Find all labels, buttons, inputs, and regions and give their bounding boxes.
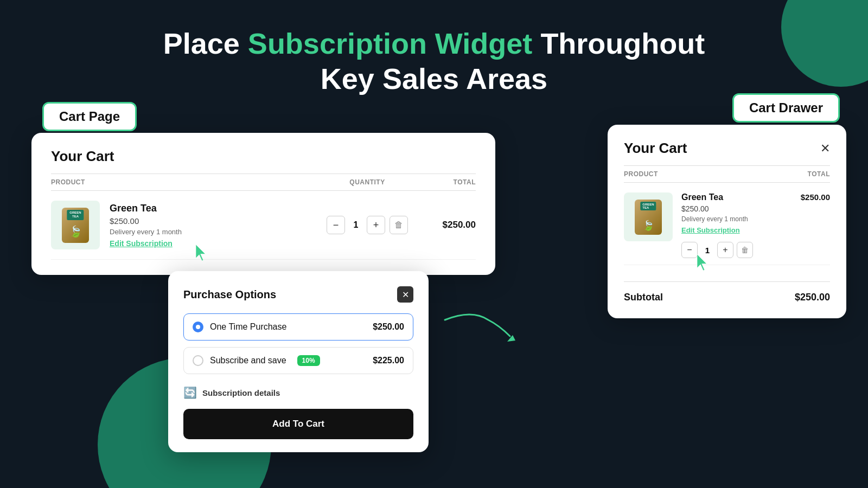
save-badge: 10% — [297, 355, 320, 366]
svg-marker-1 — [507, 335, 515, 342]
cart-drawer-label: Cart Drawer — [732, 93, 840, 123]
drawer-subtotal: Subtotal $250.00 — [624, 281, 830, 303]
drawer-column-headers: PRODUCT TOTAL — [624, 165, 830, 183]
drawer-item-row: GREENTEA 🍃 Green Tea $250.00 Delivery ev… — [624, 183, 830, 265]
increase-quantity-button[interactable]: + — [367, 216, 385, 234]
product-thumbnail: GREENTEA 🍃 — [51, 201, 100, 249]
drawer-product-name: Green Tea — [681, 192, 748, 202]
radio-subscribe[interactable] — [193, 355, 203, 366]
drawer-tea-image: GREENTEA 🍃 — [635, 200, 662, 235]
tea-product-image: GREENTEA 🍃 — [62, 208, 89, 243]
option-one-time-price: $250.00 — [373, 322, 404, 332]
modal-close-button[interactable]: ✕ — [397, 286, 413, 303]
title-text-line2: Key Sales Areas — [321, 62, 547, 95]
option-one-time-label: One Time Purchase — [210, 322, 286, 332]
drawer-leaf-icon: 🍃 — [642, 220, 654, 232]
item-total: $250.00 — [422, 220, 476, 230]
main-title-section: Place Subscription Widget Throughout Key… — [0, 0, 868, 107]
cart-page-panel: Your Cart PRODUCT QUANTITY TOTAL GREENTE… — [31, 133, 495, 275]
drawer-close-button[interactable]: ✕ — [820, 142, 830, 156]
drawer-increase-qty-button[interactable]: + — [717, 242, 733, 258]
option-subscribe-row[interactable]: Subscribe and save 10% $225.00 — [183, 347, 413, 374]
decrease-quantity-button[interactable]: − — [327, 216, 345, 234]
option-subscribe-left: Subscribe and save 10% — [193, 355, 320, 366]
subscription-details-text: Subscription details — [202, 388, 280, 397]
drawer-title: Your Cart — [624, 140, 687, 157]
drawer-product-price: $250.00 — [681, 204, 748, 213]
cart-drawer-panel: Your Cart ✕ PRODUCT TOTAL GREENTEA 🍃 Gre… — [608, 125, 846, 318]
title-text-place: Place — [163, 27, 240, 60]
drawer-col-total: TOTAL — [808, 170, 830, 178]
drawer-delivery: Delivery every 1 month — [681, 215, 748, 223]
cart-item-row: GREENTEA 🍃 Green Tea $250.00 Delivery ev… — [51, 191, 476, 260]
subscription-details-icon: 🔄 — [183, 386, 197, 399]
col-header-product: PRODUCT — [51, 178, 313, 186]
quantity-controls: − 1 + 🗑 — [313, 216, 422, 234]
drawer-remove-item-button[interactable]: 🗑 — [737, 242, 753, 258]
col-header-total: TOTAL — [422, 178, 476, 186]
drawer-product-details: Green Tea $250.00 Delivery every 1 month… — [681, 192, 748, 234]
cart-page-title: Your Cart — [51, 148, 476, 165]
title-text-throughout: Throughout — [540, 27, 705, 60]
title-text-highlight: Subscription Widget — [248, 27, 533, 60]
product-info: Green Tea $250.00 Delivery every 1 month… — [110, 203, 313, 248]
subtotal-label: Subtotal — [624, 292, 663, 303]
option-subscribe-price: $225.00 — [373, 356, 404, 365]
col-header-quantity: QUANTITY — [313, 178, 422, 186]
drawer-product-info: Green Tea $250.00 Delivery every 1 month… — [681, 192, 830, 258]
drawer-item-total: $250.00 — [797, 192, 830, 202]
drawer-edit-subscription-link[interactable]: Edit Subscription — [681, 226, 748, 234]
option-subscribe-label: Subscribe and save — [210, 356, 286, 365]
subscription-details-row[interactable]: 🔄 Subscription details — [183, 381, 413, 409]
modal-header: Purchase Options ✕ — [183, 286, 413, 303]
drawer-header: Your Cart ✕ — [624, 140, 830, 157]
remove-item-button[interactable]: 🗑 — [390, 216, 408, 234]
product-delivery: Delivery every 1 month — [110, 228, 313, 236]
radio-one-time[interactable] — [193, 322, 203, 332]
quantity-value: 1 — [349, 220, 362, 230]
modal-title: Purchase Options — [183, 288, 276, 301]
cursor-indicator-1 — [193, 243, 209, 266]
leaf-icon: 🍃 — [69, 224, 82, 239]
drawer-product-thumbnail: GREENTEA 🍃 — [624, 192, 673, 241]
edit-subscription-link[interactable]: Edit Subscription — [110, 239, 313, 248]
drawer-tea-label: GREENTEA — [640, 202, 656, 210]
cart-column-headers: PRODUCT QUANTITY TOTAL — [51, 174, 476, 191]
purchase-options-modal: Purchase Options ✕ One Time Purchase $25… — [168, 271, 429, 452]
product-name: Green Tea — [110, 203, 313, 214]
add-to-cart-button[interactable]: Add To Cart — [183, 409, 413, 439]
product-price: $250.00 — [110, 216, 313, 226]
cart-page-label: Cart Page — [42, 102, 137, 131]
drawer-col-product: PRODUCT — [624, 170, 658, 178]
subtotal-value: $250.00 — [795, 292, 830, 303]
cursor-indicator-2 — [694, 253, 711, 274]
option-one-time-row[interactable]: One Time Purchase $250.00 — [183, 313, 413, 341]
tea-label: GREENTEA — [67, 210, 84, 221]
option-one-time-left: One Time Purchase — [193, 322, 286, 332]
